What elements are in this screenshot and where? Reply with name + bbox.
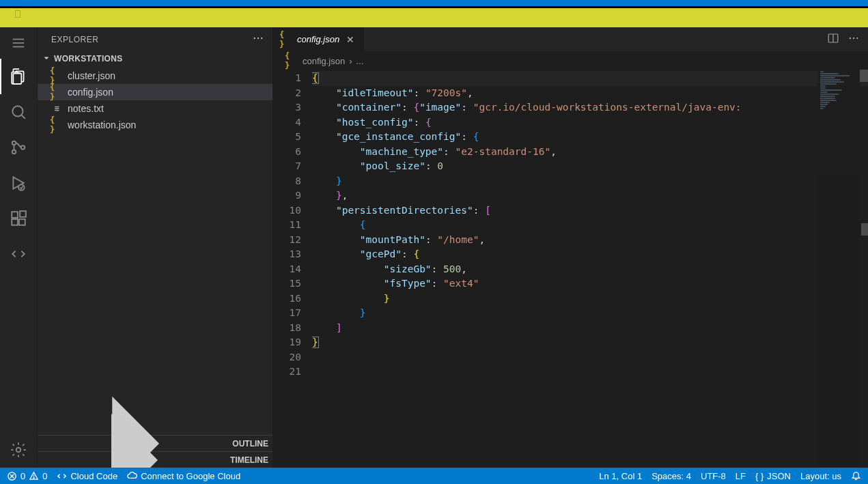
code-editor[interactable]: 123456789101112131415161718192021 { "idl…	[272, 70, 868, 468]
svg-rect-11	[12, 212, 18, 218]
svg-point-21	[850, 37, 851, 38]
cursor-position[interactable]: Ln 1, Col 1	[599, 471, 642, 481]
svg-point-9	[21, 145, 25, 149]
split-editor-icon[interactable]	[827, 32, 839, 47]
svg-point-8	[12, 150, 16, 154]
cloud-code-label: Cloud Code	[70, 471, 117, 481]
cloud-code-status[interactable]: Cloud Code	[57, 471, 117, 481]
editor-more-icon[interactable]	[848, 32, 860, 47]
menu-button[interactable]	[0, 27, 37, 59]
notification-banner	[0, 7, 868, 27]
file-name: workstation.json	[68, 119, 136, 130]
errors-count: 0	[20, 471, 25, 481]
tab-filename: config.json	[297, 34, 339, 44]
indentation-status[interactable]: Spaces: 4	[652, 471, 691, 481]
notifications-icon[interactable]	[851, 471, 861, 481]
svg-rect-4	[13, 74, 21, 84]
svg-rect-13	[19, 219, 25, 225]
svg-point-5	[12, 106, 23, 116]
explorer-header: EXPLORER	[38, 27, 272, 51]
timeline-section[interactable]: TIMELINE	[38, 451, 272, 468]
file-name: config.json	[68, 87, 113, 98]
workspace-folder-name: WORKSTATIONS	[54, 54, 122, 63]
editor-tab[interactable]: { } config.json ✕	[272, 27, 365, 51]
json-icon: { }	[50, 115, 64, 134]
scrollbar[interactable]	[860, 70, 868, 468]
json-icon: { }	[285, 51, 298, 70]
errors-status[interactable]: 0 0	[7, 471, 47, 481]
breadcrumb-tail: ...	[356, 56, 364, 66]
main: EXPLORER WORKSTATIONS { }cluster.json{ }…	[0, 27, 868, 468]
explorer-more-icon[interactable]	[252, 32, 264, 46]
minimap[interactable]	[817, 70, 860, 468]
activity-bar	[0, 27, 38, 468]
file-item[interactable]: { }workstation.json	[38, 117, 272, 133]
source-control-icon[interactable]	[0, 130, 37, 165]
search-tab-icon[interactable]	[0, 94, 37, 130]
svg-point-15	[16, 448, 21, 453]
outline-label: OUTLINE	[232, 439, 268, 449]
warnings-count: 0	[42, 471, 47, 481]
explorer-title: EXPLORER	[51, 35, 98, 44]
svg-point-28	[33, 477, 34, 478]
svg-rect-14	[20, 211, 26, 217]
breadcrumb-separator: ›	[349, 56, 352, 66]
file-item[interactable]: { }config.json	[38, 84, 272, 100]
explorer-tab-icon[interactable]	[0, 59, 37, 94]
connect-cloud-status[interactable]: Connect to Google Cloud	[127, 471, 240, 481]
layout-status[interactable]: Layout: us	[800, 471, 841, 481]
svg-point-7	[12, 141, 16, 145]
cloud-code-icon[interactable]	[0, 236, 37, 272]
workspace-folder-header[interactable]: WORKSTATIONS	[38, 51, 272, 66]
line-gutter: 123456789101112131415161718192021	[272, 70, 312, 468]
breadcrumb-file: config.json	[303, 56, 345, 66]
text-icon: ≡	[50, 104, 64, 113]
timeline-label: TIMELINE	[230, 455, 268, 465]
file-item[interactable]: ≡notes.txt	[38, 100, 272, 117]
explorer-sidebar: EXPLORER WORKSTATIONS { }cluster.json{ }…	[38, 27, 272, 468]
title-bar	[0, 0, 868, 7]
language-status[interactable]: { } JSON	[755, 471, 791, 481]
breadcrumb[interactable]: { } config.json › ...	[272, 52, 868, 70]
file-item[interactable]: { }cluster.json	[38, 68, 272, 84]
editor: { } config.json ✕ { } config.json › ... …	[272, 27, 868, 468]
code-content[interactable]: { "idleTimeout": "7200s", "container": {…	[312, 70, 868, 468]
svg-point-23	[856, 37, 858, 38]
svg-point-18	[261, 38, 262, 39]
svg-point-17	[257, 38, 259, 39]
eol-status[interactable]: LF	[736, 471, 746, 481]
json-icon: { }	[50, 83, 64, 102]
svg-point-16	[254, 38, 255, 39]
svg-point-22	[853, 37, 854, 38]
run-debug-icon[interactable]	[0, 165, 37, 201]
tab-bar: { } config.json ✕	[272, 27, 868, 52]
encoding-status[interactable]: UTF-8	[701, 471, 726, 481]
json-icon: { }	[279, 30, 293, 49]
file-name: cluster.json	[68, 70, 115, 81]
svg-rect-12	[12, 219, 18, 225]
file-list: { }cluster.json{ }config.json≡notes.txt{…	[38, 66, 272, 133]
close-icon[interactable]: ✕	[344, 34, 357, 45]
file-name: notes.txt	[68, 103, 104, 114]
json-icon: { }	[755, 471, 764, 481]
extensions-icon[interactable]	[0, 201, 37, 236]
svg-line-6	[21, 115, 25, 118]
settings-gear-icon[interactable]	[0, 432, 37, 468]
status-bar: 0 0 Cloud Code Connect to Google Cloud L…	[0, 468, 868, 484]
connect-cloud-label: Connect to Google Cloud	[141, 471, 240, 481]
